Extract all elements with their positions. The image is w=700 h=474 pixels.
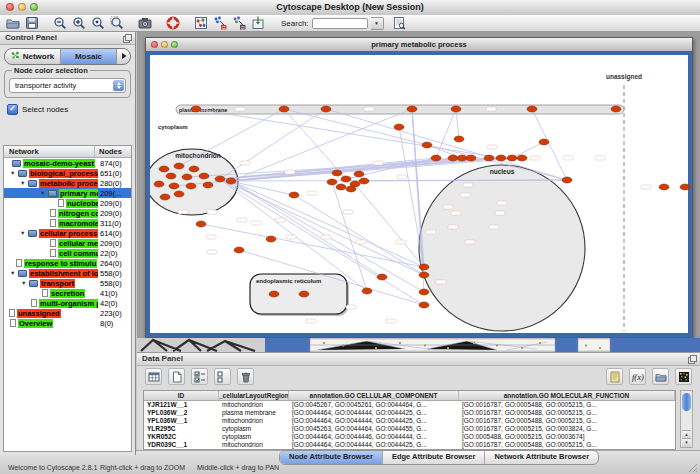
network-node[interactable] (419, 302, 429, 308)
network-node[interactable] (166, 173, 176, 179)
network-node[interactable] (562, 177, 572, 183)
network-node[interactable] (457, 155, 467, 161)
tab-node-attribute-browser[interactable]: Node Attribute Browser (280, 451, 383, 464)
network-node[interactable] (327, 179, 337, 185)
network-node[interactable] (377, 274, 387, 280)
attribute-table-scrollbar[interactable]: ▲ ▼ (680, 390, 693, 448)
tree-row-mosaic-demo-yeast[interactable]: mosaic-demo-yeast874(0) (4, 158, 131, 168)
network-node[interactable] (203, 182, 213, 188)
save-session-icon[interactable] (25, 16, 39, 30)
network-node[interactable] (279, 106, 289, 112)
network-node[interactable] (419, 264, 429, 270)
network-node[interactable] (527, 106, 537, 112)
import-attributes-icon[interactable] (652, 368, 669, 385)
search-dropdown-arrow-icon[interactable]: ▼ (371, 17, 384, 30)
scroll-down-icon[interactable]: ▼ (682, 438, 691, 447)
network-node[interactable] (354, 171, 364, 177)
annotation-report-icon[interactable] (606, 368, 623, 385)
tree-row-overview[interactable]: Overview8(0) (4, 318, 131, 328)
layout-attribute-icon[interactable] (232, 16, 246, 30)
network-node[interactable] (496, 155, 506, 161)
network-node[interactable] (269, 291, 279, 297)
network-node[interactable] (517, 155, 527, 161)
tab-mosaic[interactable]: Mosaic (61, 49, 117, 64)
network-overview-icon[interactable] (194, 16, 208, 30)
network-node[interactable] (215, 176, 225, 182)
tree-row-nitrogen-compo[interactable]: nitrogen compo209(0) (4, 208, 131, 218)
network-node[interactable] (539, 139, 549, 145)
tab-edge-attribute-browser[interactable]: Edge Attribute Browser (383, 451, 485, 464)
network-window-titlebar[interactable]: primary metabolic process (146, 38, 692, 52)
tree-row-response-to-stimulu[interactable]: response to stimulu264(0) (4, 258, 131, 268)
network-node[interactable] (332, 170, 342, 176)
zoom-out-icon[interactable] (53, 16, 67, 30)
network-node[interactable] (182, 174, 192, 180)
network-node[interactable] (419, 289, 429, 295)
network-node[interactable] (451, 106, 461, 112)
zoom-fit-icon[interactable] (91, 16, 105, 30)
network-node[interactable] (174, 163, 184, 169)
network-node[interactable] (659, 184, 669, 190)
network-node[interactable] (289, 192, 299, 198)
network-node[interactable] (419, 272, 429, 278)
attribute-table-icon[interactable] (145, 368, 162, 385)
network-node[interactable] (507, 155, 517, 161)
tree-expand-icon[interactable]: ▼ (20, 228, 28, 238)
table-row[interactable]: YDR039C__1mitochondrion[GO:0044464, GO:0… (144, 441, 675, 449)
network-canvas[interactable]: unassignednucleusmitochondrionendoplasmi… (146, 51, 692, 337)
advanced-search-icon[interactable] (392, 16, 406, 30)
network-node[interactable] (199, 173, 209, 179)
tree-row-biological-process[interactable]: ▼biological_process651(0) (4, 168, 131, 178)
network-node[interactable] (394, 124, 404, 130)
formula-builder-icon[interactable]: f(x) (629, 368, 646, 385)
tree-row-primary-metabol[interactable]: ▼primary metabol209(... (4, 188, 131, 198)
network-node[interactable] (189, 166, 199, 172)
tree-column-network[interactable]: Network (4, 146, 95, 157)
scrollbar-thumb[interactable] (682, 393, 691, 411)
tree-expand-icon[interactable]: ▼ (10, 268, 18, 278)
select-attributes-icon[interactable] (191, 368, 208, 385)
open-file-icon[interactable] (6, 16, 20, 30)
column-header-1[interactable]: _cellularLayoutRegion (219, 391, 289, 400)
tab-scroll-right[interactable] (117, 49, 130, 64)
tab-network[interactable]: Network (5, 49, 61, 64)
select-nodes-checkbox[interactable]: ✓ (7, 104, 18, 115)
network-view-window[interactable]: primary metabolic process unassignednucl… (145, 37, 693, 338)
new-attribute-icon[interactable] (168, 368, 185, 385)
network-node[interactable] (346, 186, 356, 192)
network-node[interactable] (336, 184, 346, 190)
network-node[interactable] (321, 106, 331, 112)
table-row[interactable]: YLR295Ccytoplasm[GO:0045263, GO:0044464,… (144, 425, 675, 433)
network-node[interactable] (299, 291, 309, 297)
network-node[interactable] (174, 191, 184, 197)
tree-expand-icon[interactable]: ▼ (21, 278, 29, 288)
tree-column-nodes[interactable]: Nodes (95, 146, 131, 157)
zoom-selected-icon[interactable] (110, 16, 124, 30)
network-node[interactable] (422, 142, 432, 148)
tree-expand-icon[interactable]: ▼ (40, 188, 48, 198)
column-header-0[interactable]: ID (144, 391, 219, 400)
import-annotation-icon[interactable] (251, 16, 265, 30)
network-node[interactable] (159, 166, 169, 172)
network-node[interactable] (359, 178, 369, 184)
float-panel-icon[interactable] (123, 34, 131, 42)
network-node[interactable] (341, 176, 351, 182)
tree-row-macromolecule[interactable]: macromolecule311(0) (4, 218, 131, 228)
tab-network-attribute-browser[interactable]: Network Attribute Browser (485, 451, 598, 464)
node-color-dropdown[interactable]: transporter activity (9, 78, 126, 93)
tree-row-cell-communicat[interactable]: cell communicat22(0) (4, 248, 131, 258)
column-header-3[interactable]: annotation.GO MOLECULAR_FUNCTION (459, 391, 675, 400)
network-node[interactable] (680, 184, 690, 190)
tree-row-multi-organism-pro[interactable]: multi-organism pro42(0) (4, 298, 131, 308)
network-node[interactable] (454, 136, 464, 142)
tree-row-nucleobase-con[interactable]: nucleobase-con209(0) (4, 198, 131, 208)
network-node[interactable] (234, 247, 244, 253)
tree-expand-icon[interactable]: ▼ (10, 168, 18, 178)
network-node[interactable] (160, 194, 170, 200)
network-node[interactable] (169, 183, 179, 189)
tree-row-metabolic-process[interactable]: ▼metabolic process280(0) (4, 178, 131, 188)
tree-row-cellular-metabol[interactable]: cellular metabol209(0) (4, 238, 131, 248)
network-node[interactable] (431, 155, 441, 161)
matrix-view-icon[interactable] (675, 368, 692, 385)
help-ring-icon[interactable] (166, 16, 180, 30)
